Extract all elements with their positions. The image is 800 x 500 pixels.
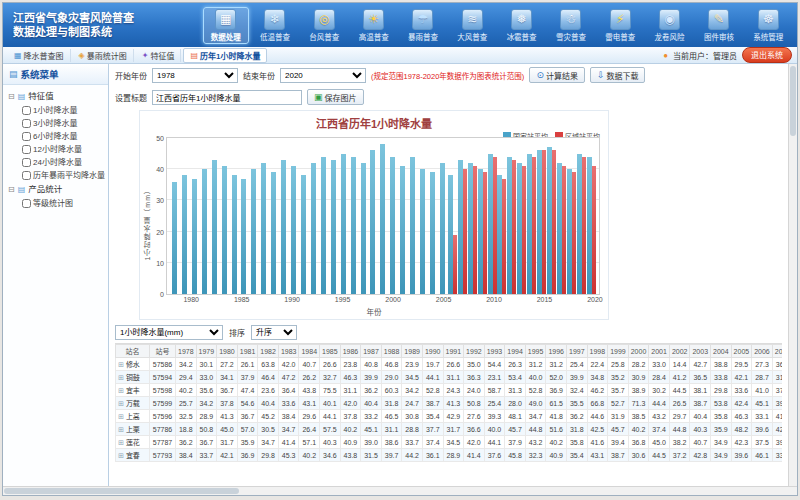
user-icon: ● [663, 51, 668, 60]
save-image-button[interactable]: ▣ 保存图片 [307, 89, 364, 105]
value-cell: 34.9 [711, 449, 732, 462]
end-year-select[interactable]: 2020 [280, 68, 366, 83]
value-cell: 52.0 [546, 371, 567, 384]
tab-暴雨统计图[interactable]: ◈暴雨统计图 [73, 49, 134, 62]
toolbar-item-台风普查[interactable]: ◎台风普查 [301, 7, 347, 44]
value-cell: 37.4 [422, 436, 443, 449]
table-row-上栗[interactable]: ⊞上栗5778618.850.845.057.030.534.726.457.5… [116, 423, 783, 436]
value-cell: 38.6 [381, 436, 402, 449]
sort-select[interactable]: 升序 [251, 325, 297, 340]
expand-row-icon[interactable]: ⊞ [118, 426, 124, 433]
value-cell: 63.8 [258, 358, 279, 371]
value-cell: 42.3 [731, 436, 752, 449]
value-cell: 30.9 [628, 371, 649, 384]
expand-row-icon[interactable]: ⊞ [118, 413, 124, 420]
value-cell: 45.1 [361, 423, 382, 436]
toolbar-item-雷电普查[interactable]: ⚡雷电普查 [597, 7, 643, 44]
horizontal-scrollbar-thumb[interactable] [4, 488, 239, 494]
bar-group-1985 [239, 138, 248, 294]
tree-item-label: 历年暴雨平均降水量 [33, 169, 105, 182]
toolbar-item-龙卷风险[interactable]: ◉龙卷风险 [647, 7, 693, 44]
download-button[interactable]: ⇩ 数据下载 [590, 67, 646, 83]
expand-row-icon[interactable]: ⊞ [118, 400, 124, 407]
value-cell: 41.0 [752, 384, 773, 397]
expander-icon[interactable]: ⊟ [8, 89, 15, 104]
tabbar-right: ● 当前用户：管理员 退出系统 [663, 47, 792, 63]
value-cell: 46.3 [340, 371, 361, 384]
lightning-icon: ⚡ [610, 9, 631, 30]
metric-select[interactable]: 1小时降水量(mm) [115, 325, 223, 340]
tree-item-历年暴雨平均降水量[interactable]: 历年暴雨平均降水量 [8, 169, 106, 182]
value-cell: 36.2 [176, 436, 197, 449]
value-cell: 28.2 [628, 358, 649, 371]
value-cell: 35.2 [608, 371, 629, 384]
value-cell: 43.8 [299, 384, 320, 397]
vertical-scrollbar[interactable] [788, 64, 797, 486]
expand-row-icon[interactable]: ⊞ [118, 387, 124, 394]
expand-row-icon[interactable]: ⊞ [118, 439, 124, 446]
bar-group-2010 [488, 138, 497, 294]
tree-item-checkbox[interactable] [22, 171, 31, 180]
value-cell: 36.5 [690, 371, 711, 384]
tree-item-3小时降水量[interactable]: 3小时降水量 [8, 117, 106, 130]
table-row-莲花[interactable]: ⊞莲花5778736.236.731.735.934.741.457.140.3… [116, 436, 783, 449]
tree-item-checkbox[interactable] [22, 132, 31, 141]
toolbar-item-系统管理[interactable]: ☸系统管理 [745, 7, 791, 44]
toolbar-item-高温普查[interactable]: ☀高温普查 [351, 7, 397, 44]
bar-group-1982 [210, 138, 219, 294]
tab-特征值[interactable]: ✦特征值 [136, 49, 182, 62]
value-cell: 38.4 [278, 410, 299, 423]
horizontal-scrollbar[interactable] [3, 486, 797, 495]
value-cell: 57.0 [237, 423, 258, 436]
bar-group-1991 [299, 138, 308, 294]
tree-item-12小时降水量[interactable]: 12小时降水量 [8, 143, 106, 156]
toolbar-item-数据处理[interactable]: ▦数据处理 [203, 7, 249, 44]
tree-item-24小时降水量[interactable]: 24小时降水量 [8, 156, 106, 169]
chart-title-input[interactable] [152, 90, 302, 105]
tree-item-1小时降水量[interactable]: 1小时降水量 [8, 104, 106, 117]
tree-item-checkbox[interactable] [22, 106, 31, 115]
value-cell: 36.7 [217, 384, 238, 397]
tree-item-等级统计图[interactable]: 等级统计图 [8, 197, 106, 210]
settings-icon: ☸ [758, 9, 779, 30]
start-year-select[interactable]: 1978 [152, 68, 238, 83]
toolbar-item-冰雹普查[interactable]: ❅冰雹普查 [499, 7, 545, 44]
value-cell: 25.4 [566, 358, 587, 371]
table-row-铜鼓[interactable]: ⊞铜鼓5759429.433.034.137.946.447.226.232.7… [116, 371, 783, 384]
toolbar-item-暴雨普查[interactable]: ☂暴雨普查 [400, 7, 446, 44]
table-row-修水[interactable]: ⊞修水5758634.230.127.226.163.842.040.726.6… [116, 358, 783, 371]
value-cell: 38.4 [176, 449, 197, 462]
calculate-button[interactable]: ⊙ 计算结果 [529, 67, 585, 83]
vertical-scrollbar-thumb[interactable] [790, 66, 796, 136]
toolbar-item-雪灾普查[interactable]: ☃雪灾普查 [548, 7, 594, 44]
value-cell: 44.1 [320, 410, 341, 423]
table-row-宜春[interactable]: ⊞宜春5779338.433.742.136.929.845.340.234.6… [116, 449, 783, 462]
tree-group-产品统计[interactable]: ⊟▤产品统计 [8, 182, 106, 197]
table-row-上高[interactable]: ⊞上高5759632.528.941.336.745.238.429.644.1… [116, 410, 783, 423]
tab-历年1小时降水量[interactable]: ▤历年1小时降水量 [183, 48, 267, 63]
expand-row-icon[interactable]: ⊞ [118, 374, 124, 381]
tab-降水普查图[interactable]: ▦降水普查图 [8, 49, 71, 62]
expander-icon[interactable]: ⊟ [8, 182, 15, 197]
value-cell: 44.8 [669, 423, 690, 436]
tree-group-特征值[interactable]: ⊟▤特征值 [8, 89, 106, 104]
logout-button[interactable]: 退出系统 [742, 47, 792, 63]
tree-item-checkbox[interactable] [22, 145, 31, 154]
toolbar-item-图件审核[interactable]: ✎图件审核 [696, 7, 742, 44]
bar-group-2003 [418, 138, 427, 294]
toolbar-item-大风普查[interactable]: ≋大风普查 [449, 7, 495, 44]
tree-item-checkbox[interactable] [22, 158, 31, 167]
expand-row-icon[interactable]: ⊞ [118, 361, 124, 368]
table-row-宜丰[interactable]: ⊞宜丰5759840.235.636.747.423.636.443.875.5… [116, 384, 783, 397]
value-cell: 31.9 [608, 410, 629, 423]
station-name-cell: ⊞上高 [116, 410, 150, 423]
value-cell: 46.5 [381, 410, 402, 423]
value-cell: 42.0 [772, 423, 782, 436]
toolbar-item-低温普查[interactable]: ❄低温普查 [252, 7, 298, 44]
tree-item-6小时降水量[interactable]: 6小时降水量 [8, 130, 106, 143]
value-cell: 26.1 [237, 358, 258, 371]
expand-row-icon[interactable]: ⊞ [118, 452, 124, 459]
tree-item-checkbox[interactable] [22, 199, 31, 208]
tree-item-checkbox[interactable] [22, 119, 31, 128]
table-row-万载[interactable]: ⊞万载5759925.734.237.854.640.433.643.140.1… [116, 397, 783, 410]
